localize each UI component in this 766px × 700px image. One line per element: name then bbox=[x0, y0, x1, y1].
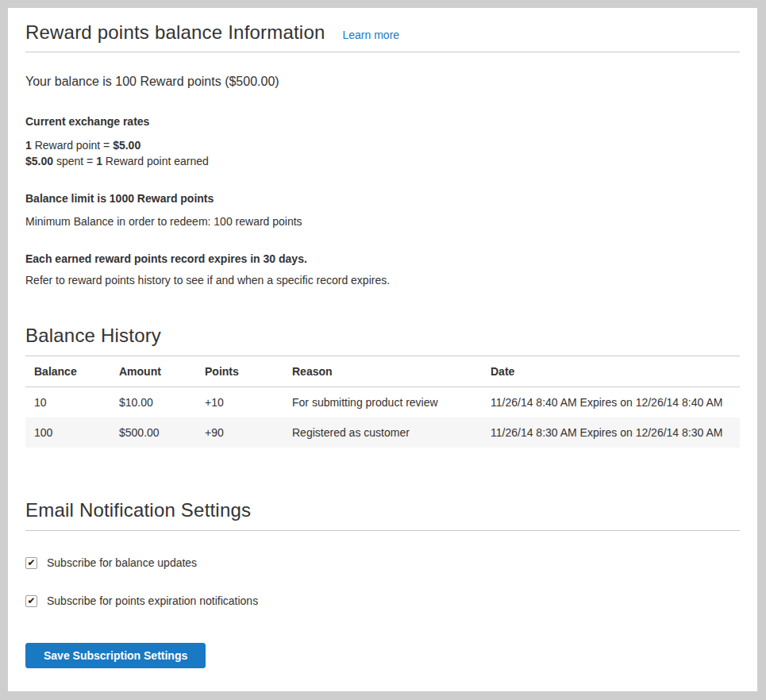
balance-history-heading: Balance History bbox=[25, 325, 740, 356]
exchange-rate-text: Reward point earned bbox=[102, 155, 209, 167]
points-expiration-label[interactable]: Subscribe for points expiration notifica… bbox=[47, 594, 258, 607]
column-header-reason: Reason bbox=[283, 356, 482, 387]
column-header-balance: Balance bbox=[25, 356, 110, 387]
cell-date: 11/26/14 8:40 AM Expires on 12/26/14 8:4… bbox=[482, 387, 740, 418]
page-title-row: Reward points balance Information Learn … bbox=[25, 8, 740, 52]
cell-date: 11/26/14 8:30 AM Expires on 12/26/14 8:3… bbox=[482, 417, 740, 448]
cell-amount: $500.00 bbox=[110, 417, 196, 448]
balance-updates-option: ✔ Subscribe for balance updates bbox=[25, 556, 740, 569]
exchange-rate-value: $5.00 bbox=[113, 139, 140, 152]
points-expiration-option: ✔ Subscribe for points expiration notifi… bbox=[25, 594, 740, 607]
reward-points-card: Reward points balance Information Learn … bbox=[8, 8, 757, 691]
table-header-row: Balance Amount Points Reason Date bbox=[25, 356, 740, 387]
exchange-rates-lines: 1 Reward point = $5.00 $5.00 spent = 1 R… bbox=[25, 137, 740, 169]
exchange-rate-line-1: 1 Reward point = $5.00 bbox=[25, 137, 740, 153]
column-header-points: Points bbox=[196, 356, 283, 387]
cell-points: +90 bbox=[196, 417, 283, 448]
balance-history-table: Balance Amount Points Reason Date 10 $10… bbox=[25, 356, 740, 448]
expiration-note: Refer to reward points history to see if… bbox=[25, 273, 740, 288]
cell-reason: For submitting product review bbox=[283, 387, 482, 418]
exchange-rate-text: Reward point = bbox=[32, 139, 113, 152]
cell-balance: 100 bbox=[25, 417, 110, 448]
column-header-amount: Amount bbox=[110, 356, 196, 387]
page-title: Reward points balance Information bbox=[25, 21, 325, 44]
table-row: 10 $10.00 +10 For submitting product rev… bbox=[25, 387, 740, 418]
balance-updates-label[interactable]: Subscribe for balance updates bbox=[47, 556, 197, 569]
exchange-rates-heading: Current exchange rates bbox=[25, 114, 740, 129]
learn-more-link[interactable]: Learn more bbox=[342, 29, 399, 41]
minimum-balance-text: Minimum Balance in order to redeem: 100 … bbox=[25, 214, 740, 229]
cell-points: +10 bbox=[196, 387, 283, 418]
exchange-rate-value: 1 bbox=[96, 155, 102, 167]
exchange-rate-value: $5.00 bbox=[25, 155, 53, 167]
expiration-heading: Each earned reward points record expires… bbox=[25, 252, 740, 267]
balance-updates-checkbox[interactable]: ✔ bbox=[25, 557, 37, 569]
table-row: 100 $500.00 +90 Registered as customer 1… bbox=[25, 417, 740, 448]
exchange-rate-text: spent = bbox=[53, 155, 96, 167]
save-subscription-settings-button[interactable]: Save Subscription Settings bbox=[25, 643, 206, 668]
cell-reason: Registered as customer bbox=[283, 417, 482, 448]
email-settings-heading: Email Notification Settings bbox=[25, 499, 740, 531]
balance-summary: Your balance is 100 Reward points ($500.… bbox=[25, 73, 740, 90]
cell-balance: 10 bbox=[25, 387, 110, 418]
cell-amount: $10.00 bbox=[110, 387, 196, 418]
points-expiration-checkbox[interactable]: ✔ bbox=[25, 595, 37, 607]
balance-limit-heading: Balance limit is 1000 Reward points bbox=[25, 191, 740, 206]
exchange-rate-value: 1 bbox=[25, 139, 32, 152]
column-header-date: Date bbox=[482, 356, 740, 387]
exchange-rate-line-2: $5.00 spent = 1 Reward point earned bbox=[25, 153, 740, 169]
